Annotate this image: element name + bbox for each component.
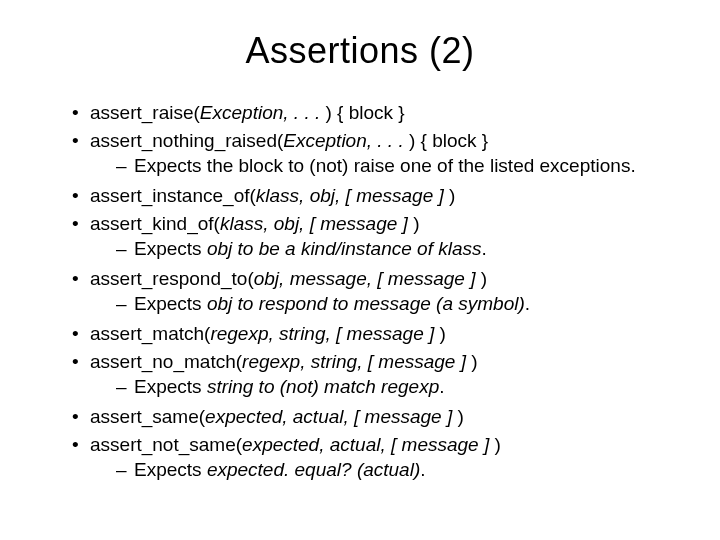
sub-list: Expects obj to respond to message (a sym… [90,291,680,319]
list-item: assert_raise(Exception, . . . ) { block … [72,100,680,128]
sub-list-item: Expects obj to respond to message (a sym… [116,291,680,319]
sub-list: Expects obj to be a kind/instance of kla… [90,236,680,264]
list-item: assert_respond_to(obj, message, [ messag… [72,266,680,321]
sub-list-item: Expects expected. equal? (actual). [116,457,680,485]
list-item: assert_nothing_raised(Exception, . . . )… [72,128,680,183]
list-item: assert_not_same(expected, actual, [ mess… [72,432,680,487]
list-item: assert_match(regexp, string, [ message ]… [72,321,680,349]
bullet-list: assert_raise(Exception, . . . ) { block … [40,100,680,487]
slide-title: Assertions (2) [40,30,680,72]
list-item: assert_instance_of(klass, obj, [ message… [72,183,680,211]
sub-list: Expects string to (not) match regexp. [90,374,680,402]
slide: Assertions (2) assert_raise(Exception, .… [0,0,720,540]
sub-list-item: Expects obj to be a kind/instance of kla… [116,236,680,264]
sub-list-item: Expects the block to (not) raise one of … [116,153,680,181]
sub-list-item: Expects string to (not) match regexp. [116,374,680,402]
list-item: assert_no_match(regexp, string, [ messag… [72,349,680,404]
sub-list: Expects the block to (not) raise one of … [90,153,680,181]
list-item: assert_same(expected, actual, [ message … [72,404,680,432]
list-item: assert_kind_of(klass, obj, [ message ] )… [72,211,680,266]
sub-list: Expects expected. equal? (actual). [90,457,680,485]
